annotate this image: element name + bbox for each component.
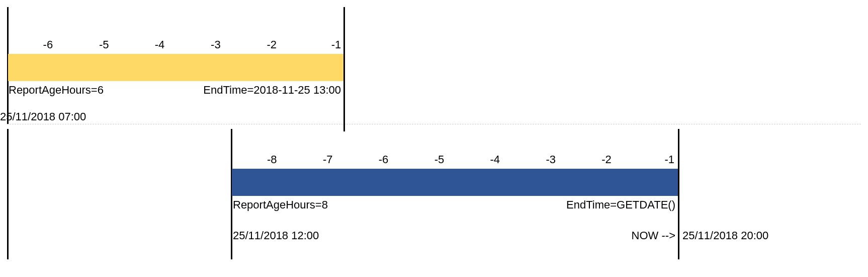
bottom-end-marker-line — [678, 129, 679, 259]
top-tick: -6 — [43, 38, 53, 51]
top-tick: -4 — [155, 38, 165, 51]
top-section: -6 -5 -4 -3 -2 -1 ReportAgeHours=6 EndTi… — [0, 0, 868, 124]
top-tick: -5 — [99, 38, 109, 51]
bottom-end-time-label: EndTime=GETDATE() — [566, 198, 675, 212]
top-tick: -1 — [331, 38, 341, 51]
diagram-container: -6 -5 -4 -3 -2 -1 ReportAgeHours=6 EndTi… — [0, 0, 868, 277]
bottom-tick: -8 — [267, 153, 277, 166]
top-tick: -3 — [211, 38, 221, 51]
bottom-tick: -4 — [490, 153, 500, 166]
bottom-start-time: 25/11/2018 12:00 — [233, 229, 319, 242]
bottom-tick: -7 — [323, 153, 333, 166]
top-report-age-label: ReportAgeHours=6 — [9, 84, 104, 97]
bottom-tick: -1 — [665, 153, 675, 166]
bottom-report-age-label: ReportAgeHours=8 — [233, 198, 328, 212]
bottom-range-bar — [232, 169, 678, 196]
bottom-end-time: 25/11/2018 20:00 — [682, 229, 768, 242]
top-tick-row: -6 -5 -4 -3 -2 -1 — [8, 38, 343, 53]
bottom-section: -8 -7 -6 -5 -4 -3 -2 -1 ReportAgeHours=8… — [0, 124, 868, 277]
bottom-origin-marker-line — [7, 129, 9, 259]
top-start-time: 25/11/2018 07:00 — [0, 110, 86, 123]
bottom-tick: -5 — [435, 153, 445, 166]
bottom-tick-row: -8 -7 -6 -5 -4 -3 -2 -1 — [232, 153, 678, 168]
now-arrow-label: NOW --> — [632, 229, 675, 242]
top-tick: -2 — [267, 38, 277, 51]
top-end-marker-line — [343, 7, 345, 131]
top-end-time-label: EndTime=2018-11-25 13:00 — [203, 84, 341, 97]
bottom-tick: -2 — [601, 153, 612, 166]
bottom-tick: -6 — [379, 153, 389, 166]
bottom-tick: -3 — [546, 153, 556, 166]
top-range-bar — [8, 54, 343, 81]
